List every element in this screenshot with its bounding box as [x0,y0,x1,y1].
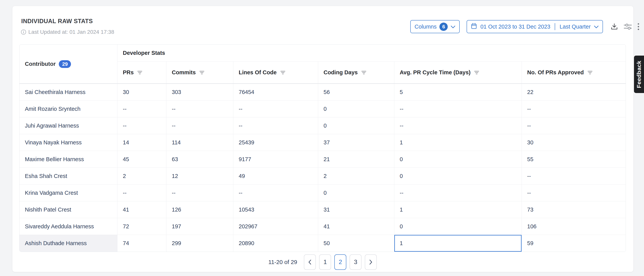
more-options-icon[interactable] [637,23,640,31]
stat-cell[interactable]: -- [394,184,522,201]
stat-cell[interactable]: -- [522,117,626,134]
column-header-lines-of-code[interactable]: Lines Of Code [233,62,318,84]
stat-cell[interactable]: -- [522,101,626,117]
table-row: Juhi Agrawal Harness------0---- [20,117,626,134]
stat-cell[interactable]: 74 [117,235,166,252]
contributor-cell[interactable]: Ashish Duthade Harness [20,235,117,252]
stat-cell[interactable]: 303 [166,84,233,101]
stat-cell[interactable]: -- [166,184,233,201]
download-icon[interactable] [610,23,618,31]
stat-cell[interactable]: -- [522,184,626,201]
column-header-coding-days[interactable]: Coding Days [318,62,394,84]
column-header-prs[interactable]: PRs [117,62,166,84]
filter-icon[interactable] [361,71,366,75]
filter-icon[interactable] [137,71,142,75]
feedback-tab[interactable]: Feedback [634,56,644,93]
stat-cell[interactable]: 0 [394,218,522,235]
stat-cell[interactable]: -- [117,117,166,134]
date-range-text: 01 Oct 2023 to 31 Dec 2023 [480,24,550,30]
stat-cell[interactable]: 76454 [233,84,318,101]
contributor-cell[interactable]: Maxime Bellier Harness [20,151,117,168]
stat-cell[interactable]: -- [117,184,166,201]
stat-cell[interactable]: 41 [318,218,394,235]
stat-cell[interactable]: 14 [117,134,166,151]
stat-cell[interactable]: -- [166,117,233,134]
stat-cell[interactable]: 22 [522,84,626,101]
date-range-button[interactable]: 01 Oct 2023 to 31 Dec 2023 Last Quarter [466,20,603,33]
contributor-header: Contributor 29 [20,45,117,84]
column-header-no-of-prs-approved[interactable]: No. Of PRs Approved [522,62,626,84]
stat-cell[interactable]: 21 [318,151,394,168]
stat-cell[interactable]: 0 [394,168,522,184]
filter-icon[interactable] [280,71,285,75]
page-button[interactable]: 1 [319,254,331,270]
stat-cell[interactable]: 30 [522,134,626,151]
stat-cell[interactable]: 299 [166,235,233,252]
stat-cell[interactable]: 0 [318,117,394,134]
page-button[interactable]: 3 [350,254,362,270]
stat-cell[interactable]: 20890 [233,235,318,252]
stat-cell[interactable]: 2 [117,168,166,184]
contributor-cell[interactable]: Nishith Patel Crest [20,201,117,218]
stat-cell[interactable]: 106 [522,218,626,235]
stat-cell[interactable]: 2 [318,168,394,184]
stat-cell[interactable]: 56 [318,84,394,101]
stat-cell[interactable]: -- [394,101,522,117]
columns-count-badge: 6 [440,23,448,31]
stat-cell[interactable]: 55 [522,151,626,168]
stat-cell[interactable]: -- [233,101,318,117]
stat-cell[interactable]: 73 [522,201,626,218]
stat-cell[interactable]: -- [166,101,233,117]
prev-page-button[interactable] [304,254,316,270]
stat-cell[interactable]: 202967 [233,218,318,235]
contributor-cell[interactable]: Sai Cheethirala Harness [20,84,117,101]
stat-cell[interactable]: 41 [117,201,166,218]
stat-cell[interactable]: 25439 [233,134,318,151]
sliders-icon[interactable] [623,23,632,31]
filter-icon[interactable] [474,71,479,75]
info-icon[interactable] [21,29,26,35]
contributor-cell[interactable]: Juhi Agrawal Harness [20,117,117,134]
stat-cell[interactable]: 49 [233,168,318,184]
stat-cell[interactable]: 72 [117,218,166,235]
stat-cell[interactable]: -- [522,168,626,184]
selected-cell[interactable]: 1 [394,235,522,252]
stat-cell[interactable]: 197 [166,218,233,235]
stat-cell[interactable]: 5 [394,84,522,101]
stat-cell[interactable]: 63 [166,151,233,168]
columns-button[interactable]: Columns 6 [410,20,460,33]
stat-cell[interactable]: 114 [166,134,233,151]
contributor-cell[interactable]: Krina Vadgama Crest [20,184,117,201]
contributor-cell[interactable]: Amit Rozario Sryntech [20,101,117,117]
stat-cell[interactable]: -- [117,101,166,117]
stat-cell[interactable]: 126 [166,201,233,218]
filter-icon[interactable] [588,71,592,75]
page-button[interactable]: 2 [334,254,346,270]
stat-cell[interactable]: 59 [522,235,626,252]
stat-cell[interactable]: 12 [166,168,233,184]
filter-icon[interactable] [199,71,204,75]
stat-cell[interactable]: 31 [318,201,394,218]
next-page-button[interactable] [365,254,377,270]
stat-cell[interactable]: 0 [318,101,394,117]
contributor-cell[interactable]: Esha Shah Crest [20,168,117,184]
stat-cell[interactable]: 50 [318,235,394,252]
stat-cell[interactable]: 37 [318,134,394,151]
stat-cell[interactable]: -- [233,117,318,134]
contributor-cell[interactable]: Vinaya Nayak Harness [20,134,117,151]
stat-cell[interactable]: 30 [117,84,166,101]
stat-cell[interactable]: -- [233,184,318,201]
contributor-header-label: Contributor [25,61,56,67]
stat-cell[interactable]: 0 [318,184,394,201]
pagination-summary: 11-20 of 29 [268,259,297,265]
stat-cell[interactable]: 1 [394,201,522,218]
stat-cell[interactable]: 0 [394,151,522,168]
stat-cell[interactable]: -- [394,117,522,134]
contributor-cell[interactable]: Sivareddy Aeddula Harness [20,218,117,235]
stat-cell[interactable]: 9177 [233,151,318,168]
stat-cell[interactable]: 1 [394,134,522,151]
column-header-avg-pr-cycle-time-days[interactable]: Avg. PR Cycle Time (Days) [394,62,522,84]
column-header-commits[interactable]: Commits [166,62,233,84]
stat-cell[interactable]: 10543 [233,201,318,218]
stat-cell[interactable]: 45 [117,151,166,168]
